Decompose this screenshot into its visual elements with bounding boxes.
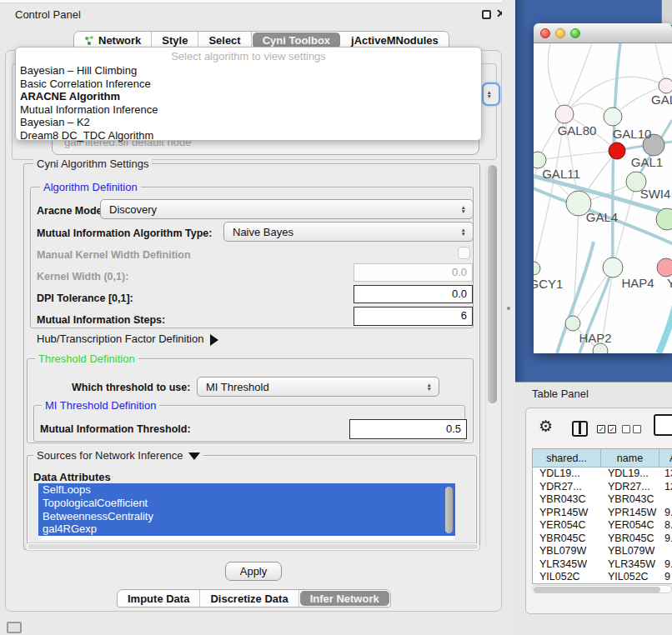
settings-vscrollbar[interactable] [485,163,499,550]
cyni-settings-title: Cyni Algorithm Settings [33,158,152,170]
control-panel-title: Control Panel [15,8,81,21]
spinner-arrows-icon: ▲▼ [487,90,492,98]
mi-type-combo[interactable]: Naive Bayes ▲▼ [223,222,474,242]
attribute-item[interactable]: BetweennessCentrality [38,510,455,523]
node-table: shared... name A YDL19...YDL19...13 YDR2… [532,448,672,584]
expanded-arrow-icon [188,452,200,460]
combo-arrows-icon: ▲▼ [461,228,466,236]
kernel-width-field[interactable]: 0.0 [354,263,473,282]
dropdown-item[interactable]: Bayesian – K2 [16,116,481,129]
network-window[interactable]: GAL80 GAL10 GAL1 GAL11 SWI4 GAL4 GCY1 HA… [534,23,672,353]
minimize-window-icon[interactable] [555,28,565,38]
mi-steps-field[interactable]: 6 [354,307,473,326]
data-attributes-list: SelfLoops TopologicalCoefficient Between… [38,483,455,540]
panel-divider[interactable] [502,0,515,635]
attribute-item[interactable]: TopologicalCoefficient [38,497,455,510]
gear-icon[interactable]: ⚙ [539,418,553,436]
svg-text:GAL80: GAL80 [558,123,597,138]
algorithm-definition-title: Algorithm Definition [40,181,141,193]
svg-text:Y: Y [667,276,672,290]
dpi-tolerance-label: DPI Tolerance [0,1]: [37,292,133,304]
node-gal-top[interactable] [659,78,672,93]
threshold-definition-title: Threshold Definition [35,352,138,365]
mi-threshold-label: Mutual Information Threshold: [40,423,191,435]
svg-text:HAP2: HAP2 [579,331,611,345]
manual-kernel-label: Manual Kernel Width Definition [37,249,191,261]
svg-text:SWI4: SWI4 [640,187,671,201]
combo-arrows-icon: ▲▼ [427,382,432,391]
node-hap4[interactable] [603,258,623,278]
column-header[interactable]: shared... [533,449,601,468]
settings-hscrollbar-thumb[interactable] [28,544,478,549]
dropdown-item-selected[interactable]: ARACNE Algorithm [16,90,481,103]
table-row[interactable]: YBR045CYBR045C9. [533,532,672,546]
columns-icon[interactable] [572,421,588,437]
which-threshold-label: Which threshold to use: [72,382,190,393]
manual-kernel-checkbox[interactable] [458,247,470,259]
dropdown-placeholder: Select algorithm to view settings [16,50,481,64]
table-row[interactable]: YBL079WYBL079W [533,545,672,558]
table-hscrollbar-thumb[interactable] [534,587,660,592]
table-row[interactable]: YBR043CYBR043C [533,493,672,507]
float-panel-icon[interactable] [482,10,491,19]
svg-text:GAL4: GAL4 [586,210,618,224]
table-row[interactable]: YIL052CYIL052C9 [533,571,672,584]
focused-spinner[interactable]: ▲▼ [482,82,500,106]
close-window-icon[interactable] [540,28,550,38]
which-threshold-combo[interactable]: MI Threshold ▲▼ [197,377,439,397]
divider-handle[interactable] [507,307,510,310]
data-attributes-label: Data Attributes [33,471,111,483]
aracne-mode-label: Aracne Mode: [37,205,106,217]
node-hap2[interactable] [565,316,580,331]
attribute-item[interactable]: gal4RGexp [38,522,455,536]
node-red-gal1[interactable] [609,142,625,159]
dropdown-item[interactable]: Bayesian – Hill Climbing [16,64,481,78]
mi-type-label: Mutual Information Algorithm Type: [37,228,212,239]
table-row[interactable]: YER054CYER054C8. [533,519,672,532]
network-icon [84,36,94,46]
dropdown-item[interactable]: Mutual Information Inference [16,103,481,117]
dropdown-item[interactable]: Basic Correlation Inference [16,78,481,91]
network-canvas[interactable]: GAL80 GAL10 GAL1 GAL11 SWI4 GAL4 GCY1 HA… [534,43,672,353]
hub-definition-toggle[interactable]: Hub/Transcription Factor Definition [37,332,218,346]
node-gcy1[interactable] [534,262,540,275]
mi-threshold-title: MI Threshold Definition [42,399,159,412]
svg-text:GAL1: GAL1 [631,155,663,169]
table-row[interactable]: YLR345WYLR345W9. [533,558,672,572]
mi-steps-label: Mutual Information Steps: [37,314,165,326]
dpi-tolerance-field[interactable]: 0.0 [354,285,473,303]
svg-text:GAL: GAL [651,92,672,107]
apply-button[interactable]: Apply [225,562,282,581]
table-body: YDL19...YDL19...13 YDR27...YDR27...12 YB… [533,468,672,584]
sources-toggle[interactable]: Sources for Network Inference [33,449,203,462]
aracne-mode-combo[interactable]: Discovery ▲▼ [100,199,474,219]
settings-vscrollbar-thumb[interactable] [488,165,497,403]
column-header[interactable]: name [601,449,659,468]
combo-arrows-icon: ▲▼ [461,205,466,213]
background-window-sliver [661,0,672,25]
function-builder-icon[interactable] [654,414,672,436]
node-gal80[interactable] [555,105,574,123]
column-header[interactable]: A [659,449,672,468]
node-gal10[interactable] [604,108,622,126]
node-y[interactable] [657,258,672,277]
tab-discretize-data[interactable]: Discretize Data [200,590,298,607]
zoom-window-icon[interactable] [570,28,580,38]
mi-threshold-field[interactable]: 0.5 [349,419,467,439]
attribute-item[interactable]: SelfLoops [38,483,455,497]
deselect-all-icon[interactable] [622,425,641,433]
tab-infer-network[interactable]: Infer Network [300,591,389,606]
select-all-icon[interactable]: ✓✓ [597,425,616,433]
attribute-list-scrollbar[interactable] [445,487,453,533]
table-panel-title: Table Panel [532,388,589,400]
network-window-titlebar[interactable] [534,23,672,43]
table-row[interactable]: YPR145WYPR145W9. [533,507,672,520]
node-gal11[interactable] [534,152,546,168]
settings-hscrollbar[interactable] [25,542,480,551]
minimized-panel-icon[interactable] [7,622,22,633]
tab-impute-data[interactable]: Impute Data [118,590,200,607]
table-row[interactable]: YDL19...YDL19...13 [533,468,672,481]
table-row[interactable]: YDR27...YDR27...12 [533,481,672,494]
dropdown-item[interactable]: Dream8 DC_TDC Algorithm [16,129,481,142]
collapsed-arrow-icon [210,334,218,346]
